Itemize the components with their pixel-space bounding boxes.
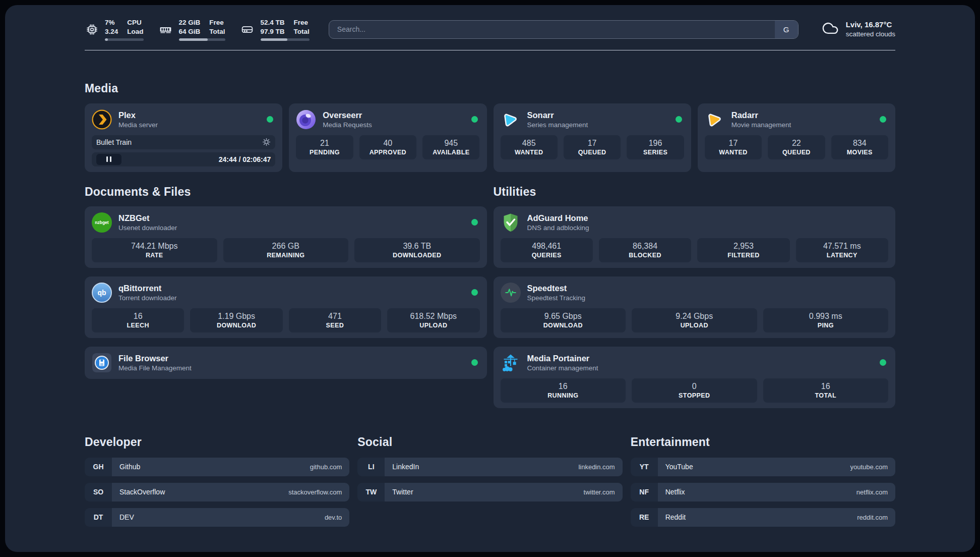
link-stackoverflow[interactable]: SOStackOverflowstackoverflow.com — [85, 483, 349, 502]
stat-tile: 744.21 MbpsRATE — [92, 238, 217, 262]
link-abbr: TW — [357, 483, 385, 502]
service-name: Speedtest — [527, 284, 586, 293]
section-documents-files: Documents & FilesnzbgetNZBGetUsenet down… — [85, 185, 487, 379]
stat-tile: 21PENDING — [296, 135, 353, 159]
stat-tile: 9.24 GbpsUPLOAD — [632, 308, 757, 332]
stat-value: 21 — [298, 139, 351, 148]
stat-tile: 16RUNNING — [501, 378, 626, 403]
link-name: Github — [119, 463, 140, 471]
section-title-media: Media — [85, 82, 895, 95]
portainer-icon — [501, 353, 521, 373]
section-utilities: UtilitiesAdGuard HomeDNS and adblocking4… — [494, 185, 896, 408]
top-bar: 7%3.24 CPULoad — [85, 18, 895, 41]
section-title: Utilities — [494, 185, 896, 199]
stat-value: 1.19 Gbps — [192, 312, 280, 321]
stat-value: 485 — [503, 139, 556, 148]
stat-tiles: 17WANTED22QUEUED834MOVIES — [705, 135, 888, 159]
settings-gear-icon[interactable] — [262, 138, 271, 146]
link-abbr: SO — [85, 483, 112, 502]
stat-value: 0.993 ms — [765, 312, 887, 321]
service-card-radarr[interactable]: RadarrMovie management17WANTED22QUEUED83… — [698, 103, 895, 172]
service-card-overseerr[interactable]: OverseerrMedia Requests21PENDING40APPROV… — [289, 103, 486, 172]
stat-tile: 834MOVIES — [831, 135, 888, 159]
service-name: qBittorrent — [118, 284, 177, 293]
storage-values: 52.4 TB97.9 TB — [261, 18, 285, 36]
link-sections: DeveloperGHGithubgithub.comSOStackOverfl… — [85, 435, 895, 533]
stat-label: QUERIES — [503, 252, 591, 259]
service-card-sonarr[interactable]: SonarrSeries management485WANTED17QUEUED… — [494, 103, 691, 172]
stat-tile: 0STOPPED — [632, 378, 757, 403]
stat-label: BLOCKED — [601, 252, 689, 259]
service-description: Usenet downloader — [118, 224, 177, 232]
service-description: Speedtest Tracking — [527, 294, 586, 302]
link-dev[interactable]: DTDEVdev.to — [85, 508, 349, 527]
service-description: Movie management — [731, 121, 791, 129]
stat-value: 47.571 ms — [798, 242, 886, 251]
pause-button[interactable] — [96, 154, 121, 165]
link-reddit[interactable]: RERedditreddit.com — [631, 508, 895, 527]
stat-tile: 16LEECH — [92, 308, 184, 332]
stat-tile: 196SERIES — [627, 135, 684, 159]
stat-value: 16 — [94, 312, 182, 321]
stat-label: DOWNLOAD — [192, 322, 280, 329]
stat-label: LEECH — [94, 322, 182, 329]
stat-value: 266 GB — [225, 242, 347, 251]
weather-widget: Lviv, 16.87°C scattered clouds — [821, 20, 895, 39]
link-youtube[interactable]: YTYouTubeyoutube.com — [631, 458, 895, 476]
storage-progress-bar — [261, 38, 310, 41]
link-abbr: GH — [85, 458, 112, 476]
radarr-icon — [705, 109, 725, 130]
stat-label: STOPPED — [634, 392, 755, 399]
link-name: DEV — [119, 513, 134, 521]
stat-value: 16 — [765, 382, 887, 391]
stat-tiles: 485WANTED17QUEUED196SERIES — [501, 135, 684, 159]
stat-tile: 945AVAILABLE — [422, 135, 479, 159]
service-card-file-browser[interactable]: File BrowserMedia File Management — [85, 347, 487, 379]
storage-labels: FreeTotal — [294, 18, 310, 36]
stat-value: 86,384 — [601, 242, 689, 251]
stat-tiles: 16RUNNING0STOPPED16TOTAL — [501, 378, 889, 403]
link-abbr: NF — [631, 483, 658, 502]
service-name: Sonarr — [527, 110, 588, 120]
overseerr-icon — [296, 109, 316, 130]
stat-label: MOVIES — [833, 149, 886, 156]
stat-label: SEED — [291, 322, 379, 329]
status-online-dot — [471, 219, 478, 226]
cpu-values: 7%3.24 — [105, 18, 118, 36]
stat-label: WANTED — [707, 149, 760, 156]
stat-tile: 498,461QUERIES — [501, 238, 593, 262]
service-name: Media Portainer — [527, 354, 598, 363]
link-linkedin[interactable]: LILinkedInlinkedin.com — [357, 458, 622, 476]
filebrowser-icon — [92, 353, 112, 373]
nzbget-icon: nzbget — [92, 212, 112, 233]
stat-label: QUEUED — [770, 149, 823, 156]
stat-label: FILTERED — [699, 252, 787, 259]
stat-label: PENDING — [298, 149, 351, 156]
search-bar[interactable]: G — [329, 20, 799, 39]
stat-label: APPROVED — [361, 149, 414, 156]
stat-label: RUNNING — [503, 392, 624, 399]
link-github[interactable]: GHGithubgithub.com — [85, 458, 349, 476]
stat-tile: 22QUEUED — [768, 135, 825, 159]
link-url: github.com — [310, 463, 342, 471]
service-card-plex[interactable]: PlexMedia serverBullet Train24:44 / 02:0… — [85, 103, 282, 172]
status-online-dot — [880, 359, 886, 366]
link-name: Reddit — [665, 513, 686, 521]
search-input[interactable] — [329, 21, 775, 38]
stat-value: 0 — [634, 382, 755, 391]
stat-value: 16 — [503, 382, 624, 391]
service-card-qbittorrent[interactable]: qbqBittorrentTorrent downloader16LEECH1.… — [85, 276, 487, 338]
service-card-media-portainer[interactable]: Media PortainerContainer management16RUN… — [494, 347, 896, 408]
service-description: DNS and adblocking — [527, 224, 589, 232]
link-netflix[interactable]: NFNetflixnetflix.com — [631, 483, 895, 502]
service-card-adguard-home[interactable]: AdGuard HomeDNS and adblocking498,461QUE… — [494, 206, 896, 268]
status-online-dot — [676, 116, 682, 123]
section-title: Social — [357, 435, 622, 449]
system-stat-cpu: 7%3.24 CPULoad — [85, 18, 144, 41]
search-engine-button[interactable]: G — [775, 21, 798, 38]
link-twitter[interactable]: TWTwittertwitter.com — [357, 483, 622, 502]
service-card-speedtest[interactable]: SpeedtestSpeedtest Tracking9.65 GbpsDOWN… — [494, 276, 896, 338]
service-card-nzbget[interactable]: nzbgetNZBGetUsenet downloader744.21 Mbps… — [85, 206, 487, 268]
stat-value: 945 — [424, 139, 477, 148]
service-name: File Browser — [118, 354, 192, 363]
